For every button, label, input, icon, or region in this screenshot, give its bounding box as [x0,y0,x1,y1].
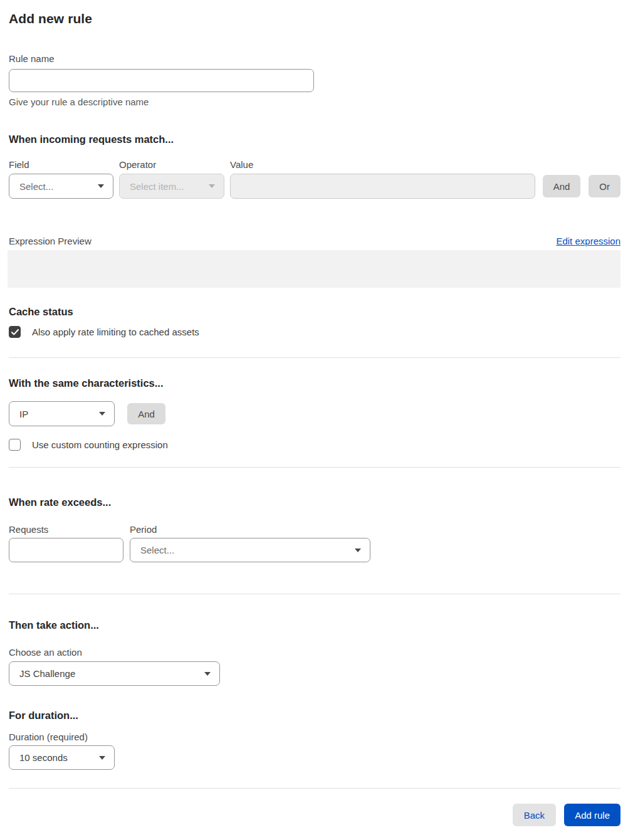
and-button[interactable]: And [543,175,581,197]
operator-select-value: Select item... [130,181,184,192]
counting-checkbox-row: Use custom counting expression [9,439,620,451]
characteristics-heading: With the same characteristics... [9,376,620,390]
expression-preview-label: Expression Preview [9,235,92,248]
or-button[interactable]: Or [589,175,620,197]
match-labels: Field Operator Value [9,159,620,171]
field-select[interactable]: Select... [9,174,113,199]
rate-heading: When rate exceeds... [9,495,620,509]
action-heading: Then take action... [9,618,620,632]
duration-select[interactable]: 10 seconds [9,745,115,770]
rate-row: Select... [9,538,620,562]
add-rule-form: Add new rule Rule name Give your rule a … [0,0,628,826]
cache-checkbox-row: Also apply rate limiting to cached asset… [9,326,620,338]
chevron-down-icon [98,184,104,188]
characteristics-row: IP And [9,401,620,426]
rate-labels: Requests Period [9,523,620,536]
page-title: Add new rule [9,11,620,26]
characteristic-select-value: IP [19,409,28,419]
chevron-down-icon [99,412,105,416]
duration-label: Duration (required) [9,731,620,743]
cache-checkbox-label: Also apply rate limiting to cached asset… [32,327,199,337]
divider [9,467,620,468]
custom-counting-checkbox[interactable] [9,439,21,451]
chevron-down-icon [355,549,361,552]
operator-select: Select item... [119,174,224,199]
chevron-down-icon [209,184,215,188]
characteristic-select[interactable]: IP [9,401,115,426]
action-select[interactable]: JS Challenge [9,661,220,686]
characteristics-and-button[interactable]: And [127,403,165,424]
value-input [230,174,535,199]
match-row: Select... Select item... And Or [9,174,620,199]
action-select-value: JS Challenge [19,668,75,679]
cache-status-heading: Cache status [9,305,620,318]
add-rule-button[interactable]: Add rule [564,804,620,826]
field-label: Field [9,159,119,171]
operator-label: Operator [119,159,230,171]
chevron-down-icon [99,756,105,760]
period-select[interactable]: Select... [130,538,370,562]
period-label: Period [130,523,157,536]
rule-name-label: Rule name [9,53,620,65]
back-button[interactable]: Back [513,804,556,826]
match-heading: When incoming requests match... [9,132,620,146]
duration-heading: For duration... [9,708,620,722]
counting-checkbox-label: Use custom counting expression [32,439,168,450]
divider [9,594,620,594]
field-select-value: Select... [19,181,53,192]
rule-name-helper: Give your rule a descriptive name [9,96,620,108]
requests-input[interactable] [9,538,123,562]
requests-label: Requests [9,523,130,536]
rule-name-input[interactable] [9,69,314,92]
action-label: Choose an action [9,646,620,659]
check-icon [11,329,19,335]
edit-expression-link[interactable]: Edit expression [556,236,620,246]
duration-select-value: 10 seconds [19,752,68,763]
expression-header: Expression Preview Edit expression [9,235,620,248]
footer-actions: Back Add rule [9,804,620,826]
divider [9,788,620,789]
value-label: Value [230,159,253,171]
divider [9,357,620,358]
chevron-down-icon [204,672,211,676]
expression-preview-box [8,250,620,288]
cache-assets-checkbox[interactable] [9,326,21,338]
period-select-value: Select... [140,545,174,555]
